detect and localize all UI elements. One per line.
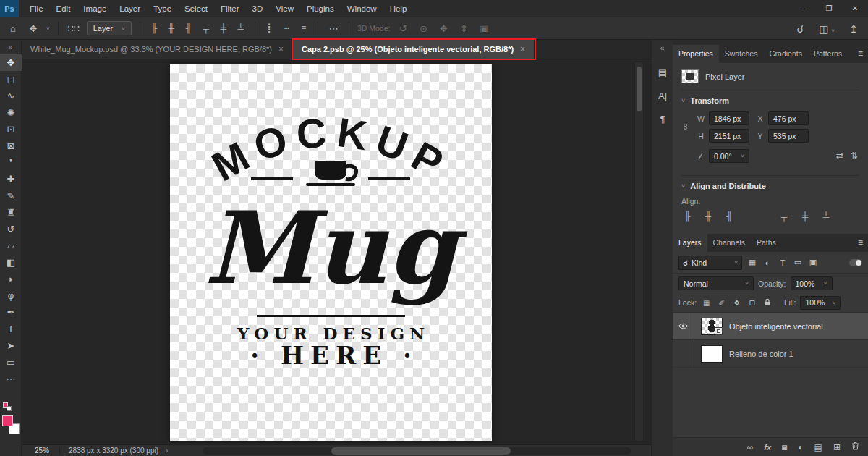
layer-group-icon[interactable]: ▤	[814, 442, 822, 452]
lock-pixels-icon[interactable]: ✐	[716, 299, 727, 307]
filter-pixel-layers-icon[interactable]: ▦	[747, 258, 757, 267]
menu-item-file[interactable]: File	[23, 0, 50, 17]
filter-shape-layers-icon[interactable]: ▭	[793, 258, 803, 267]
align-bottom-icon[interactable]: ╧	[235, 23, 247, 33]
layer-mask-icon[interactable]: ◙	[782, 442, 787, 452]
close-icon[interactable]: ×	[520, 44, 525, 54]
adjustment-layer-icon[interactable]: ◐	[798, 442, 803, 452]
link-layers-icon[interactable]: ∞	[747, 442, 754, 452]
vertical-scroll-thumb[interactable]	[637, 67, 642, 111]
delete-layer-button[interactable]	[851, 442, 859, 452]
y-field[interactable]: 535 px	[768, 129, 809, 143]
toolbar-expand-icon[interactable]: »	[0, 40, 21, 54]
align-right-icon[interactable]: ╢	[723, 211, 735, 221]
menu-item-3d[interactable]: 3D	[246, 0, 270, 17]
menu-item-layer[interactable]: Layer	[113, 0, 147, 17]
edit-toolbar-icon[interactable]: ⋯	[0, 371, 22, 387]
quick-selection-tool[interactable]: ✺	[0, 104, 22, 121]
tab-swatches[interactable]: Swatches	[719, 45, 764, 63]
pen-tool[interactable]: ✒	[0, 304, 22, 321]
workspace-icon[interactable]: ◫ ˅	[819, 23, 835, 35]
zoom-level-field[interactable]: 25%	[22, 447, 59, 455]
layer-thumbnail[interactable]	[701, 345, 723, 363]
transform-section-header[interactable]: ˅ Transform	[681, 96, 859, 105]
menu-item-plugins[interactable]: Plugins	[300, 0, 341, 17]
layer-name[interactable]: Objeto inteligente vectorial	[729, 322, 823, 331]
lasso-tool[interactable]: ∿	[0, 88, 22, 104]
minimize-button[interactable]: —	[790, 0, 816, 17]
tab-properties[interactable]: Properties	[673, 45, 719, 63]
share-icon[interactable]: ↥	[846, 23, 861, 35]
align-center-v-icon[interactable]: ╪	[799, 211, 811, 221]
distribute-horizontal-icon[interactable]: ┉	[281, 23, 292, 33]
rectangle-tool[interactable]: ▭	[0, 354, 22, 371]
crop-tool[interactable]: ⊡	[0, 121, 22, 138]
menu-item-filter[interactable]: Filter	[214, 0, 246, 17]
height-field[interactable]: 2151 px	[709, 129, 749, 143]
panel-menu-icon[interactable]: ≡	[858, 234, 863, 252]
gradient-tool[interactable]: ◧	[0, 254, 22, 271]
layer-name[interactable]: Relleno de color 1	[729, 350, 793, 358]
filter-smart-objects-icon[interactable]: ▣	[808, 258, 818, 267]
align-right-icon[interactable]: ╢	[183, 23, 195, 33]
tab-gradients[interactable]: Gradients	[763, 45, 808, 63]
menu-item-help[interactable]: Help	[383, 0, 414, 17]
new-layer-icon[interactable]: ⊞	[833, 442, 841, 452]
kind-filter-dropdown[interactable]: ☌ Kind ˅	[678, 256, 742, 270]
lock-position-icon[interactable]: ✥	[731, 299, 742, 307]
libraries-panel-icon[interactable]: ▤	[652, 62, 673, 83]
type-tool[interactable]: T	[0, 321, 22, 337]
lock-transparency-icon[interactable]: ▦	[701, 299, 712, 307]
marquee-tool[interactable]: ◻	[0, 71, 22, 88]
canvas-horizontal-scrollbar[interactable]	[203, 447, 631, 455]
move-tool-preset-icon[interactable]: ✥	[26, 23, 41, 34]
align-top-icon[interactable]: ╤	[778, 211, 790, 221]
align-top-icon[interactable]: ╤	[200, 23, 212, 33]
tab-layers[interactable]: Layers	[673, 234, 707, 252]
align-center-h-icon[interactable]: ╫	[702, 211, 714, 221]
opacity-field[interactable]: 100% ˅	[791, 276, 833, 290]
angle-field[interactable]: 0.00° ˅	[709, 149, 749, 163]
layer-row-smart-object[interactable]: Objeto inteligente vectorial	[673, 313, 868, 340]
clone-stamp-tool[interactable]: ♜	[0, 204, 22, 221]
align-left-icon[interactable]: ╟	[681, 211, 693, 221]
tab-capa2-psb[interactable]: Capa 2.psb @ 25% (Objeto inteligente vec…	[293, 40, 535, 59]
menu-item-view[interactable]: View	[269, 0, 300, 17]
lock-artboard-icon[interactable]: ⊡	[746, 299, 757, 307]
move-tool[interactable]: ✥	[0, 54, 22, 71]
menu-item-edit[interactable]: Edit	[50, 0, 77, 17]
auto-select-dropdown[interactable]: Layer ˅	[87, 21, 132, 35]
brush-tool[interactable]: ✎	[0, 187, 22, 204]
fill-field[interactable]: 100% ˅	[800, 296, 841, 310]
filter-type-layers-icon[interactable]: T	[778, 258, 788, 267]
healing-brush-tool[interactable]: ✚	[0, 171, 22, 187]
link-dimensions-icon[interactable]: ∞	[681, 124, 691, 130]
restore-button[interactable]: ❐	[816, 0, 842, 17]
layer-visibility-toggle[interactable]	[673, 313, 694, 339]
filter-adjustment-layers-icon[interactable]: ◐	[762, 258, 773, 267]
menu-item-type[interactable]: Type	[147, 0, 178, 17]
dodge-tool[interactable]: φ	[0, 287, 22, 304]
canvas-vertical-scrollbar[interactable]	[634, 62, 644, 442]
foreground-color-swatch[interactable]	[2, 415, 13, 426]
distribute-all-icon[interactable]: ≡	[298, 23, 310, 33]
tab-white-mug-mockup[interactable]: White_Mug_Mockup.psd @ 33.3% (YOUR DESIG…	[22, 40, 293, 59]
menu-item-window[interactable]: Window	[341, 0, 383, 17]
layer-thumbnail[interactable]	[701, 318, 723, 335]
history-brush-tool[interactable]: ↺	[0, 221, 22, 237]
width-field[interactable]: 1846 px	[709, 111, 749, 125]
more-options-icon[interactable]: ⋯	[326, 23, 341, 34]
default-colors-icon[interactable]	[3, 402, 12, 411]
blend-mode-dropdown[interactable]: Normal ˅	[678, 276, 754, 290]
collapse-panels-icon[interactable]: «	[652, 40, 673, 59]
layer-visibility-toggle[interactable]	[673, 340, 694, 367]
menu-item-image[interactable]: Image	[77, 0, 113, 17]
frame-tool[interactable]: ⊠	[0, 138, 22, 154]
align-left-icon[interactable]: ╟	[148, 23, 160, 33]
close-button[interactable]: ✕	[842, 0, 868, 17]
align-center-h-icon[interactable]: ╫	[166, 23, 177, 33]
lock-all-icon[interactable]	[762, 298, 773, 308]
snap-grid-icon[interactable]: ∷∷	[67, 23, 81, 34]
home-icon[interactable]: ⌂	[6, 23, 20, 34]
flip-vertical-icon[interactable]: ⇅	[851, 151, 858, 161]
